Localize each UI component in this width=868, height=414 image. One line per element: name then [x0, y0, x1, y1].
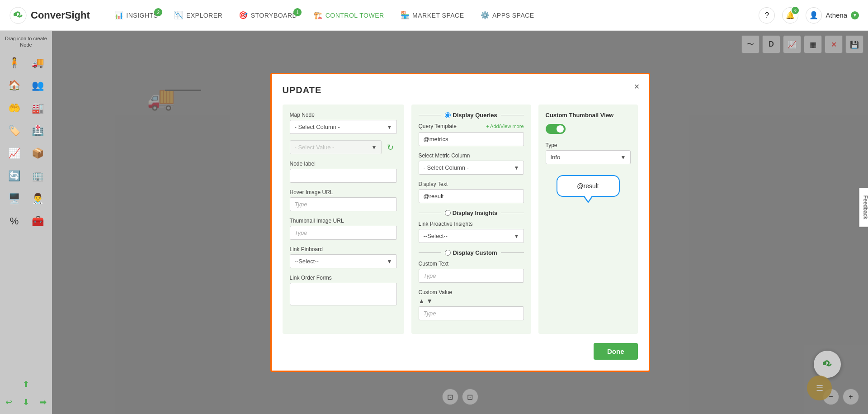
sidebar-group-icon[interactable]: 👥 [28, 76, 48, 95]
sidebar-truck-icon[interactable]: 🚚 [28, 53, 48, 73]
display-queries-section: Display Queries Query Template + Add/Vie… [419, 112, 524, 203]
nav-explorer[interactable]: 📉 EXPLORER [168, 7, 229, 23]
select-column-dropdown[interactable]: - Select Column - [290, 120, 397, 134]
logo-icon [9, 6, 27, 24]
sidebar-person2-icon[interactable]: 👨‍⚕️ [28, 189, 48, 209]
sidebar-toolbox-icon[interactable]: 🧰 [28, 211, 48, 231]
sidebar-up-arrow[interactable]: ⬆ [19, 377, 33, 391]
display-queries-radio[interactable] [445, 112, 451, 118]
link-pinboard-label: Link Pinboard [290, 246, 397, 252]
app-name: ConverSight [31, 10, 90, 21]
query-template-input[interactable] [419, 132, 524, 146]
display-insights-radio[interactable] [445, 210, 451, 216]
nav-market-space[interactable]: 🏪 MARKET SPACE [394, 7, 471, 23]
update-modal: UPDATE × Map Node - Select Column - ▼ [270, 73, 650, 372]
user-area[interactable]: 👤 Athena ▼ [806, 7, 859, 24]
add-view-more-link[interactable]: + Add/View more [486, 124, 524, 129]
user-caret: ▼ [851, 11, 859, 19]
question-icon: ? [765, 11, 769, 19]
sidebar-register-icon[interactable]: 🖥️ [5, 189, 24, 209]
sidebar-building-icon[interactable]: 🏠 [5, 76, 24, 95]
select-value-dropdown[interactable]: - Select Value - [290, 140, 382, 154]
select-metric-group: Select Metric Column - Select Column - ▼ [419, 152, 524, 175]
thumbnail-image-url-input[interactable] [290, 226, 397, 240]
link-pinboard-dropdown[interactable]: --Select-- [290, 254, 397, 268]
hover-image-url-group: Hover Image URL [290, 189, 397, 211]
refresh-button[interactable]: ↻ [384, 141, 397, 154]
display-custom-header: Display Custom [419, 249, 524, 256]
hover-image-url-input[interactable] [290, 197, 397, 211]
custom-value-input[interactable] [419, 306, 524, 320]
node-label-label: Node label [290, 161, 397, 167]
sidebar-dealer-icon[interactable]: 🏷️ [5, 121, 24, 141]
notifications-button[interactable]: 🔔 6 [782, 7, 798, 24]
nav-right: ? 🔔 6 👤 Athena ▼ [759, 7, 859, 24]
display-insights-section: Display Insights Link Proactive Insights… [419, 209, 524, 243]
user-icon: 👤 [809, 11, 818, 19]
node-label-input[interactable] [290, 169, 397, 183]
sidebar-right-arrow[interactable]: ➡ [36, 395, 51, 409]
sidebar-left-arrow[interactable]: ↩ [2, 395, 16, 409]
svg-point-1 [14, 13, 17, 16]
query-template-row: Query Template + Add/View more [419, 123, 524, 129]
display-custom-radio[interactable] [445, 250, 451, 256]
apps-icon: ⚙️ [481, 11, 490, 19]
hover-image-url-label: Hover Image URL [290, 189, 397, 195]
left-panel: Map Node - Select Column - ▼ [283, 105, 404, 334]
custom-text-input[interactable] [419, 269, 524, 283]
sidebar-row-4: 🏷️ 🏥 [5, 121, 48, 141]
select-value-wrapper: - Select Value - ▼ [290, 140, 382, 154]
divider-left-3 [419, 252, 442, 253]
main-area: Drag icon to create Node 🧍 🚚 🏠 👥 🤲 🏭 🏷️ … [0, 31, 868, 414]
custom-text-group: Custom Text [419, 261, 524, 283]
link-pinboard-group: Link Pinboard --Select-- ▼ [290, 246, 397, 268]
select-metric-dropdown[interactable]: - Select Column - [419, 161, 524, 175]
sidebar-row-1: 🧍 🚚 [5, 53, 48, 73]
display-insights-radio-label: Display Insights [445, 209, 498, 216]
sidebar-medical-icon[interactable]: 🏥 [28, 121, 48, 141]
type-group: Type Info Warning Success Error ▼ [546, 142, 631, 164]
nav-control-tower[interactable]: 🏗️ CONTROL TOWER [307, 7, 390, 23]
divider-right-1 [501, 115, 524, 115]
nav-storyboard[interactable]: 🎯 STORYBOARD 1 [232, 7, 303, 23]
sidebar-down-arrow[interactable]: ⬇ [19, 395, 33, 409]
display-text-group: Display Text [419, 181, 524, 203]
sidebar-hand-icon[interactable]: 🤲 [5, 98, 24, 118]
feedback-tab[interactable]: Feedback [859, 187, 868, 227]
sidebar-circle-icon[interactable]: 🔄 [5, 166, 24, 186]
sidebar-box-icon[interactable]: 📦 [28, 143, 48, 163]
sidebar-factory-icon[interactable]: 🏭 [28, 98, 48, 118]
link-order-forms-input[interactable] [290, 283, 397, 305]
display-queries-header: Display Queries [419, 112, 524, 119]
map-node-label: Map Node [290, 112, 397, 118]
speech-bubble: @result [557, 175, 620, 197]
user-name: Athena [826, 11, 847, 19]
nav-insights[interactable]: 📊 INSIGHTS 2 [108, 7, 165, 23]
sidebar-row-7: 🖥️ 👨‍⚕️ [5, 189, 48, 209]
sidebar-warehouse-icon[interactable]: 🏢 [28, 166, 48, 186]
link-proactive-dropdown[interactable]: --Select-- [419, 229, 524, 243]
help-button[interactable]: ? [759, 7, 775, 24]
divider-right-2 [501, 213, 524, 213]
sidebar-person-icon[interactable]: 🧍 [5, 53, 24, 73]
custom-value-up-btn[interactable]: ▲ [419, 297, 425, 305]
modal-close-button[interactable]: × [634, 81, 640, 92]
select-column-wrapper: - Select Column - ▼ [290, 120, 397, 134]
sidebar-row-2: 🏠 👥 [5, 76, 48, 95]
select-metric-label: Select Metric Column [419, 152, 524, 159]
link-order-forms-label: Link Order Forms [290, 275, 397, 281]
display-custom-section: Display Custom Custom Text Custom Value [419, 249, 524, 320]
logo-area[interactable]: ConverSight [9, 6, 90, 24]
custom-value-down-btn[interactable]: ▼ [426, 297, 433, 305]
enable-toggle[interactable] [546, 124, 566, 134]
insights-icon: 📊 [114, 11, 124, 19]
display-text-input[interactable] [419, 189, 524, 203]
sidebar-chart-icon[interactable]: 📈 [5, 143, 24, 163]
done-button[interactable]: Done [594, 343, 638, 360]
query-template-label: Query Template [419, 123, 457, 129]
modal-title: UPDATE [283, 85, 638, 95]
nav-apps-space[interactable]: ⚙️ APPS SPACE [474, 7, 541, 23]
center-panel: Display Queries Query Template + Add/Vie… [411, 105, 531, 334]
sidebar-percent-icon[interactable]: % [5, 211, 24, 231]
type-dropdown[interactable]: Info Warning Success Error [546, 150, 631, 164]
